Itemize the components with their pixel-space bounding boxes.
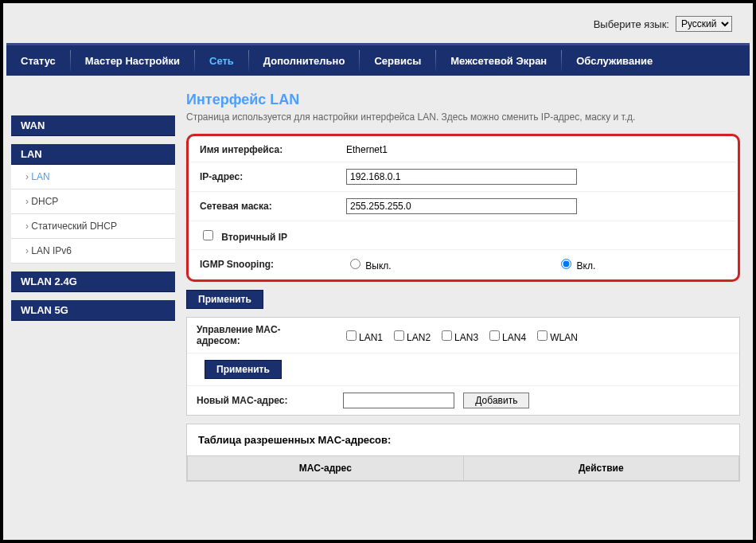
nav-item-0[interactable]: Статус (6, 45, 70, 76)
sidebar-item-lan[interactable]: LAN (11, 165, 175, 189)
igmp-on-radio[interactable] (561, 259, 571, 269)
secondary-ip-checkbox[interactable] (203, 230, 213, 240)
subnet-mask-input[interactable] (346, 198, 577, 214)
sidebar-header-wlan-5g[interactable]: WLAN 5G (11, 300, 175, 321)
mac-management-label: Управление MAC-адресом: (187, 318, 333, 354)
subnet-mask-label: Сетевая маска: (190, 192, 337, 221)
apply-button[interactable]: Применить (186, 290, 263, 309)
page-title: Интерфейс LAN (186, 92, 740, 108)
mac-check-lan1[interactable]: LAN1 (343, 332, 383, 343)
mac-check-lan4[interactable]: LAN4 (486, 332, 526, 343)
mac-checkbox-lan4[interactable] (489, 330, 500, 341)
sidebar-header-wan[interactable]: WAN (11, 115, 175, 136)
nav-item-6[interactable]: Обслуживание (562, 45, 667, 76)
mac-col-action: Действие (463, 456, 739, 481)
language-label: Выберите язык: (594, 18, 669, 30)
sidebar-item-lan-ipv6[interactable]: LAN IPv6 (11, 239, 175, 264)
igmp-off-option[interactable]: Выкл. (346, 260, 392, 272)
mac-checkbox-lan1[interactable] (346, 330, 357, 341)
sidebar-header-lan[interactable]: LAN (11, 144, 175, 165)
mac-checkbox-lan2[interactable] (394, 330, 404, 341)
nav-item-5[interactable]: Межсетевой Экран (436, 45, 561, 76)
sidebar-item-статический-dhcp[interactable]: Статический DHCP (11, 214, 175, 239)
ip-address-input[interactable] (346, 169, 577, 185)
igmp-on-option[interactable]: Вкл. (557, 260, 595, 272)
sidebar: WANLANLANDHCPСтатический DHCPLAN IPv6WLA… (11, 92, 175, 490)
mac-check-lan3[interactable]: LAN3 (438, 332, 478, 343)
interface-name-value: Ethernet1 (337, 138, 548, 162)
add-mac-button[interactable]: Добавить (463, 393, 529, 408)
mac-col-address: MAC-адрес (188, 456, 464, 481)
nav-item-2[interactable]: Сеть (195, 45, 248, 76)
nav-item-4[interactable]: Сервисы (360, 45, 435, 76)
new-mac-input[interactable] (343, 393, 454, 408)
mac-check-wlan[interactable]: WLAN (534, 332, 578, 343)
igmp-off-radio[interactable] (350, 259, 360, 269)
sidebar-header-wlan-2.4g[interactable]: WLAN 2.4G (11, 272, 175, 292)
mac-checkbox-wlan[interactable] (537, 330, 548, 341)
mac-table-title: Таблица разрешенных MAC-адресов: (187, 424, 739, 455)
page-description: Страница используется для настройки инте… (186, 111, 740, 123)
language-bar: Выберите язык: Русский (3, 3, 753, 43)
mac-checkbox-lan3[interactable] (442, 330, 452, 341)
secondary-ip-label: Вторичный IP (221, 232, 287, 243)
interface-name-label: Имя интерфейса: (190, 138, 337, 162)
mac-apply-button[interactable]: Применить (205, 360, 282, 379)
main-nav: СтатусМастер НастройкиСетьДополнительноС… (6, 43, 750, 76)
sidebar-item-dhcp[interactable]: DHCP (11, 189, 175, 214)
igmp-snooping-label: IGMP Snooping: (190, 250, 337, 279)
mac-port-checkboxes: LAN1LAN2LAN3LAN4WLAN (333, 318, 739, 354)
new-mac-label: Новый MAC-адрес: (187, 386, 333, 416)
mac-check-lan2[interactable]: LAN2 (391, 332, 431, 343)
nav-item-1[interactable]: Мастер Настройки (71, 45, 194, 76)
language-select[interactable]: Русский (676, 16, 732, 32)
content: Интерфейс LAN Страница используется для … (186, 92, 745, 490)
ip-address-label: IP-адрес: (190, 162, 337, 192)
nav-item-3[interactable]: Дополнительно (249, 45, 360, 76)
lan-settings-highlight: Имя интерфейса: Ethernet1 IP-адрес: Сете… (186, 134, 740, 282)
